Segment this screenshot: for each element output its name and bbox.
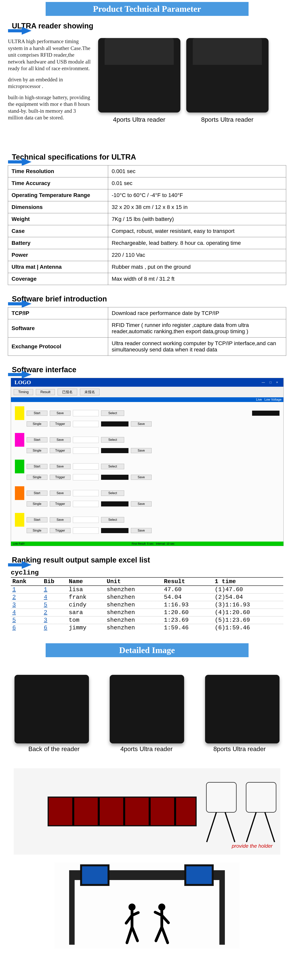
intro-p2: driven by an embedded in microprocessor …: [8, 76, 92, 90]
btn-save[interactable]: Save: [50, 517, 70, 522]
spec-key: Ultra mat | Antenna: [8, 261, 108, 273]
cell-t1: (2)54.04: [213, 593, 283, 601]
color-swatch: [15, 406, 24, 420]
screen-icon: [184, 864, 214, 886]
heading-ranking-row: Ranking result output sample excel list: [8, 556, 292, 564]
detailed-row-1-labels: Back of the reader 4ports Ultra reader 8…: [2, 745, 292, 760]
reader-back-image: [14, 675, 89, 743]
btn-save2[interactable]: Save: [131, 448, 152, 453]
btn-single[interactable]: Single: [27, 475, 48, 480]
cell-t1: (3)1:16.93: [213, 601, 283, 609]
sw-toolbar: Timing Result 已报名 未报名: [11, 387, 283, 397]
table-row: CaseCompact, robust, water resistant, ea…: [8, 225, 286, 237]
table-row: 6 6 jimmy shenzhen 1:59.46 (6)1:59.46: [11, 624, 283, 632]
cell-unit: shenzhen: [105, 601, 162, 609]
btn-save[interactable]: Save: [50, 464, 70, 469]
btn-trigger[interactable]: Trigger: [50, 448, 70, 453]
btn-save[interactable]: Save: [50, 437, 70, 442]
spec-key: Weight: [8, 213, 108, 225]
sw-group-bot: Single Trigger Save: [11, 500, 283, 508]
btn-select[interactable]: Select: [101, 437, 124, 442]
btn-start[interactable]: Start: [27, 491, 48, 496]
tb-btn-0[interactable]: Timing: [14, 389, 33, 395]
label-back: Back of the reader: [29, 745, 79, 752]
btn-trigger[interactable]: Trigger: [50, 422, 70, 426]
cell-result: 47.60: [162, 585, 213, 593]
btn-start[interactable]: Start: [27, 517, 48, 522]
ranking-table: RankBibNameUnitResult1 time 1 1 lisa she…: [11, 578, 283, 632]
btn-trigger[interactable]: Trigger: [50, 501, 70, 506]
spec-val: Rechargeable, lead battery. 8 hour ca. o…: [108, 237, 286, 249]
btn-trigger[interactable]: Trigger: [50, 528, 70, 533]
cell-name: frank: [67, 593, 105, 601]
cell-rank: 3: [11, 601, 42, 609]
cell-result: 54.04: [162, 593, 213, 601]
btn-start[interactable]: Start: [27, 437, 48, 442]
btn-single[interactable]: Single: [27, 422, 48, 426]
sw-logo-text: LOGO: [14, 379, 31, 385]
table-row: Software RFID Timer ( runner info regist…: [8, 319, 286, 337]
btn-save2[interactable]: Save: [131, 501, 152, 506]
rank-header: Bib: [42, 578, 67, 585]
tb-btn-1[interactable]: Result: [36, 389, 55, 395]
spec-val: Max width of 8 mt / 31.2 ft: [108, 273, 286, 285]
reader-4p-image-2: [110, 675, 184, 743]
spec-key: Case: [8, 225, 108, 237]
btn-save[interactable]: Save: [50, 491, 70, 496]
progress-bar: [252, 410, 280, 416]
soft-val: Download race performance date by TCP/IP: [108, 307, 286, 319]
sw-footer: Link Fail!! First Result: 5 sec · Interv…: [11, 541, 283, 546]
heading-ranking: Ranking result output sample excel list: [12, 556, 150, 564]
table-row: Ultra mat | AntennaRubber mats , put on …: [8, 261, 286, 273]
btn-select[interactable]: Select: [101, 464, 124, 469]
software-intro-table: TCP/IPDownload race performance date by …: [8, 307, 286, 356]
btn-select[interactable]: Select: [101, 410, 124, 416]
svg-marker-1: [8, 158, 32, 166]
cell-name: jimmy: [67, 624, 105, 632]
btn-select[interactable]: Select: [101, 490, 124, 496]
btn-start[interactable]: Start: [27, 464, 48, 469]
btn-single[interactable]: Single: [27, 501, 48, 506]
cell-result: 1:59.46: [162, 624, 213, 632]
sw-footer-center: First Result: 5 sec · Interval: 10 sec: [132, 542, 175, 545]
table-row: Dimensions32 x 20 x 38 cm / 12 x 8 x 15 …: [8, 201, 286, 213]
sw-group-bot: Single Trigger Save: [11, 527, 283, 534]
btn-save2[interactable]: Save: [131, 422, 152, 426]
antenna-tripod-2: [245, 782, 276, 841]
cell-t1: (6)1:59.46: [213, 624, 283, 632]
sw-status-bar: Live Low Voltage: [11, 397, 283, 402]
spec-key: Time Resolution: [8, 165, 108, 177]
sw-body: Start Save Select Single Trigger Save St…: [11, 402, 283, 541]
btn-start[interactable]: Start: [27, 410, 48, 416]
sw-titlebar: LOGO — □ ×: [11, 378, 283, 387]
tb-btn-2[interactable]: 已报名: [57, 389, 77, 395]
btn-save[interactable]: Save: [50, 410, 70, 416]
soft-val: Ultra reader connect working computer by…: [108, 337, 286, 356]
heading-soft-iface-row: Software interface: [8, 366, 292, 374]
cell-rank: 4: [11, 609, 42, 616]
status-live: Live: [256, 398, 262, 401]
btn-save2[interactable]: Save: [131, 528, 152, 533]
cell-unit: shenzhen: [105, 609, 162, 616]
btn-save2[interactable]: Save: [131, 475, 152, 480]
spec-key: Coverage: [8, 273, 108, 285]
antenna-tripod-1: [205, 782, 237, 841]
sw-footer-left: Link Fail!!: [13, 542, 25, 545]
value-slot: [73, 501, 99, 507]
btn-select[interactable]: Select: [101, 517, 124, 523]
sw-group-bot: Single Trigger Save: [11, 420, 283, 428]
sw-group-top: Start Save Select: [11, 459, 283, 474]
table-row: Time Resolution0.001 sec: [8, 165, 286, 177]
runner-icon: [152, 902, 172, 949]
cell-bib: 2: [42, 609, 67, 616]
btn-single[interactable]: Single: [27, 528, 48, 533]
btn-trigger[interactable]: Trigger: [50, 475, 70, 480]
btn-single[interactable]: Single: [27, 448, 48, 453]
cell-name: sara: [67, 609, 105, 616]
cell-unit: shenzhen: [105, 593, 162, 601]
cell-unit: shenzhen: [105, 616, 162, 624]
detailed-row-1: [2, 663, 292, 745]
tb-btn-3[interactable]: 未报名: [80, 389, 100, 395]
cell-bib: 1: [42, 585, 67, 593]
soft-key: Exchange Protocol: [8, 337, 108, 356]
